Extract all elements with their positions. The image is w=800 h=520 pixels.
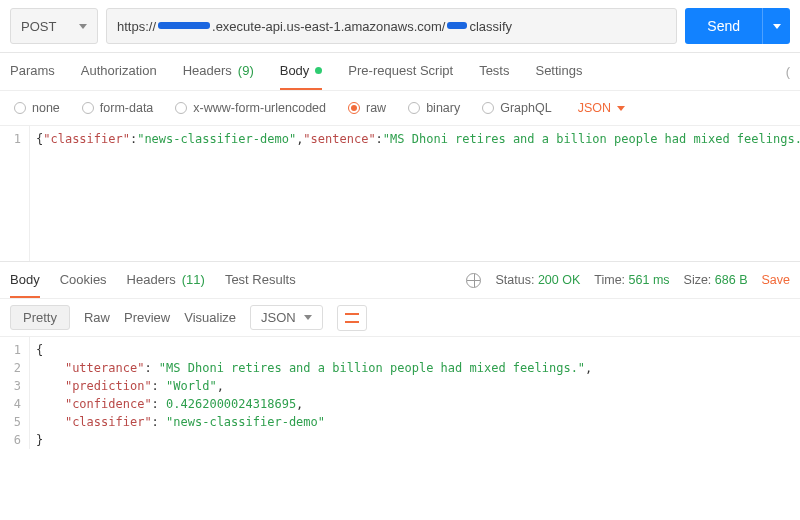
tabs-extra: ( (786, 64, 790, 79)
tab-count: (9) (238, 63, 254, 78)
request-body-code[interactable]: {"classifier":"news-classifier-demo","se… (30, 126, 800, 261)
send-dropdown-button[interactable] (762, 8, 790, 44)
tab-label: Cookies (60, 272, 107, 287)
response-format-select[interactable]: JSON (250, 305, 323, 330)
http-method-select[interactable]: POST (10, 8, 98, 44)
redacted-segment (447, 22, 467, 29)
response-tabs: Body Cookies Headers (11) Test Results S… (0, 261, 800, 299)
tab-label: Params (10, 63, 55, 78)
resp-tab-cookies[interactable]: Cookies (60, 262, 107, 298)
tab-headers[interactable]: Headers (9) (183, 53, 254, 90)
bodytype-graphql[interactable]: GraphQL (482, 101, 551, 115)
tab-settings[interactable]: Settings (535, 53, 582, 90)
url-text-mid: .execute-api.us-east-1.amazonaws.com/ (212, 19, 445, 34)
status-value: 200 OK (538, 273, 580, 287)
tab-label: Tests (479, 63, 509, 78)
time-value: 561 ms (629, 273, 670, 287)
meta-label: Status: (495, 273, 534, 287)
request-tabs: Params Authorization Headers (9) Body Pr… (0, 53, 800, 91)
request-body-editor[interactable]: 1 {"classifier":"news-classifier-demo","… (0, 126, 800, 261)
radio-label: raw (366, 101, 386, 115)
resp-tab-headers[interactable]: Headers (11) (127, 262, 205, 298)
redacted-segment (158, 22, 210, 29)
url-text-prefix: https:// (117, 19, 156, 34)
radio-icon (14, 102, 26, 114)
radio-icon (482, 102, 494, 114)
tab-label: Headers (127, 272, 176, 287)
dot-icon (315, 67, 322, 74)
meta-label: Size: (684, 273, 712, 287)
response-body-code: { "utterance": "MS Dhoni retires and a b… (30, 337, 800, 449)
tab-prerequest[interactable]: Pre-request Script (348, 53, 453, 90)
tab-label: Test Results (225, 272, 296, 287)
response-meta: Status: 200 OK Time: 561 ms Size: 686 B … (466, 273, 790, 288)
select-label: JSON (578, 101, 611, 115)
radio-icon (348, 102, 360, 114)
radio-label: none (32, 101, 60, 115)
body-type-row: none form-data x-www-form-urlencoded raw… (0, 91, 800, 126)
view-visualize[interactable]: Visualize (184, 310, 236, 325)
bodytype-raw[interactable]: raw (348, 101, 386, 115)
send-button-group: Send (685, 8, 790, 44)
tab-tests[interactable]: Tests (479, 53, 509, 90)
time-block: Time: 561 ms (594, 273, 669, 287)
radio-icon (175, 102, 187, 114)
tab-label: Settings (535, 63, 582, 78)
radio-label: x-www-form-urlencoded (193, 101, 326, 115)
view-raw[interactable]: Raw (84, 310, 110, 325)
tab-label: Body (280, 63, 310, 78)
size-value: 686 B (715, 273, 748, 287)
url-input[interactable]: https://.execute-api.us-east-1.amazonaws… (106, 8, 677, 44)
size-block: Size: 686 B (684, 273, 748, 287)
bodytype-formdata[interactable]: form-data (82, 101, 154, 115)
bodytype-none[interactable]: none (14, 101, 60, 115)
radio-label: form-data (100, 101, 154, 115)
view-pretty[interactable]: Pretty (10, 305, 70, 330)
radio-label: GraphQL (500, 101, 551, 115)
line-gutter: 1 (0, 126, 30, 261)
tab-label: Body (10, 272, 40, 287)
http-method-value: POST (21, 19, 56, 34)
radio-icon (82, 102, 94, 114)
radio-label: binary (426, 101, 460, 115)
tab-params[interactable]: Params (10, 53, 55, 90)
bodytype-binary[interactable]: binary (408, 101, 460, 115)
bodytype-xwww[interactable]: x-www-form-urlencoded (175, 101, 326, 115)
globe-icon[interactable] (466, 273, 481, 288)
chevron-down-icon (79, 24, 87, 29)
status-block: Status: 200 OK (495, 273, 580, 287)
line-gutter: 123456 (0, 337, 30, 449)
body-raw-format-select[interactable]: JSON (578, 101, 625, 115)
tab-body[interactable]: Body (280, 53, 323, 90)
tab-label: Headers (183, 63, 232, 78)
tab-count: (11) (182, 272, 205, 287)
wrap-lines-button[interactable] (337, 305, 367, 331)
save-response-link[interactable]: Save (762, 273, 791, 287)
resp-tab-testresults[interactable]: Test Results (225, 262, 296, 298)
tab-label: Authorization (81, 63, 157, 78)
tab-label: Pre-request Script (348, 63, 453, 78)
request-bar: POST https://.execute-api.us-east-1.amaz… (0, 0, 800, 53)
radio-icon (408, 102, 420, 114)
send-button[interactable]: Send (685, 8, 762, 44)
meta-label: Time: (594, 273, 625, 287)
response-body-editor[interactable]: 123456 { "utterance": "MS Dhoni retires … (0, 337, 800, 449)
view-preview[interactable]: Preview (124, 310, 170, 325)
chevron-down-icon (617, 106, 625, 111)
line-number: 1 (0, 130, 21, 148)
wrap-icon (345, 313, 359, 323)
resp-tab-body[interactable]: Body (10, 262, 40, 298)
chevron-down-icon (304, 315, 312, 320)
select-label: JSON (261, 310, 296, 325)
chevron-down-icon (773, 24, 781, 29)
url-text-suffix: classify (469, 19, 512, 34)
tab-authorization[interactable]: Authorization (81, 53, 157, 90)
response-format-row: Pretty Raw Preview Visualize JSON (0, 299, 800, 337)
